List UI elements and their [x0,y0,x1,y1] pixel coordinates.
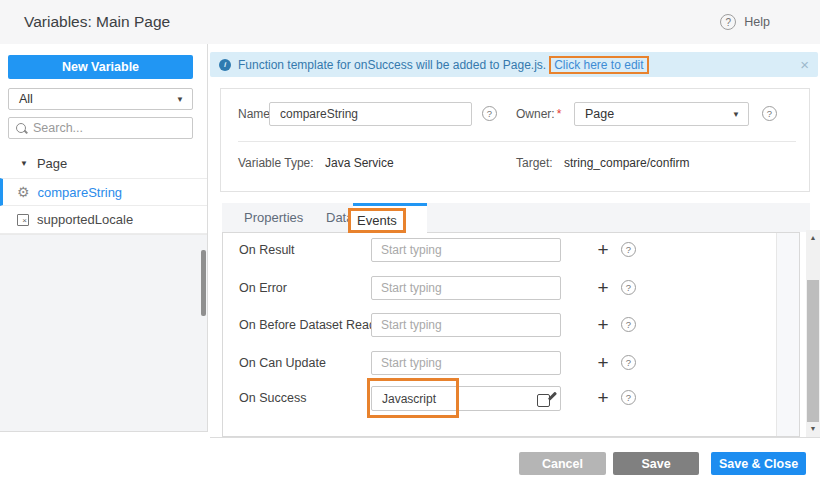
sidebar-scrollbar-thumb[interactable] [201,250,206,316]
event-label: On Success [239,386,306,411]
help-button[interactable]: ? Help [720,0,770,44]
event-label: On Before Dataset Ready [239,313,382,338]
scrollbar-thumb[interactable] [807,280,819,422]
variables-dialog: Variables: Main Page ? Help New Variable… [0,0,820,489]
owner-help-icon[interactable]: ? [762,106,777,121]
chevron-down-icon: ▼ [732,110,740,119]
variable-search[interactable] [8,117,193,139]
new-variable-button[interactable]: New Variable [8,55,193,79]
owner-select[interactable]: Page ▼ [574,102,749,126]
add-handler-icon[interactable]: + [594,386,612,410]
tree-item-label: supportedLocale [37,212,133,227]
tab-bar: Properties Data Events [222,203,810,232]
on-result-input[interactable] [371,238,561,262]
event-help-icon[interactable]: ? [621,317,636,332]
variables-sidebar: New Variable All ▼ ▼ Page ⚙ compareStrin… [0,44,208,432]
event-label: On Result [239,238,295,263]
java-service-icon: ⚙ [17,185,30,199]
on-can-update-input[interactable] [371,351,561,375]
target-label: Target: [516,151,553,175]
sidebar-empty-area [0,234,207,431]
tree-group-page[interactable]: ▼ Page [0,150,207,177]
event-row-on-result: On Result + ? [223,238,799,264]
page-title: Variables: Main Page [24,0,170,44]
event-row-on-can-update: On Can Update + ? [223,351,799,377]
tab-events[interactable]: Events [353,203,427,233]
tree-group-label: Page [37,156,67,171]
cancel-button[interactable]: Cancel [519,452,606,475]
name-input[interactable] [269,102,472,126]
tree-item-label: compareString [38,185,123,200]
event-help-icon[interactable]: ? [621,242,636,257]
variable-filter-select[interactable]: All ▼ [8,88,193,110]
content-bottom-border [210,437,820,438]
events-annotation-box: Events [348,208,406,233]
tree-item-supportedlocale[interactable]: × supportedLocale [0,206,207,234]
scroll-down-icon[interactable]: ▼ [806,423,820,435]
save-and-close-button[interactable]: Save & Close [711,452,806,475]
tab-properties[interactable]: Properties [244,203,303,232]
form-divider [238,141,796,142]
model-x-glyph: × [22,217,27,225]
banner-message: Function template for onSuccess will be … [238,58,546,72]
event-row-on-before-dataset-ready: On Before Dataset Ready + ? [223,313,799,339]
owner-label: Owner:* [516,102,561,126]
variable-form-card: Name:* ? Owner:* Page ▼ ? Variable Type:… [220,88,810,192]
required-marker: * [557,107,562,121]
event-row-on-error: On Error + ? [223,276,799,302]
on-before-dataset-ready-input[interactable] [371,313,561,337]
variable-type-value: Java Service [325,151,394,175]
main-scrollbar[interactable]: ▲ ▼ [806,230,820,437]
event-help-icon[interactable]: ? [621,280,636,295]
events-panel: On Result + ? On Error + ? On Before Dat… [222,232,800,437]
event-row-on-success: On Success Javascript + ? [223,386,799,412]
dialog-header: Variables: Main Page ? Help [0,0,820,44]
event-help-icon[interactable]: ? [621,355,636,370]
on-error-input[interactable] [371,276,561,300]
event-help-icon[interactable]: ? [621,390,636,405]
edit-script-icon[interactable] [537,391,553,407]
name-help-icon[interactable]: ? [482,106,497,121]
on-success-field[interactable]: Javascript [371,386,561,411]
search-input[interactable] [33,121,173,135]
variable-type-label: Variable Type: [238,151,314,175]
target-value: string_compare/confirm [564,151,689,175]
info-icon: i [219,59,231,71]
filter-selected-value: All [19,92,176,106]
add-handler-icon[interactable]: + [594,238,612,262]
model-variable-icon: × [17,214,29,226]
add-handler-icon[interactable]: + [594,276,612,300]
owner-label-text: Owner: [516,107,555,121]
search-icon [15,122,28,135]
scroll-up-icon[interactable]: ▲ [806,232,820,244]
event-label: On Error [239,276,287,301]
event-label: On Can Update [239,351,326,376]
help-question-icon: ? [720,14,736,30]
chevron-down-icon: ▼ [176,95,184,104]
banner-edit-link[interactable]: Click here to edit [549,56,648,74]
info-banner: i Function template for onSuccess will b… [210,52,818,77]
on-success-value: Javascript [382,387,436,411]
help-label: Help [744,15,770,29]
add-handler-icon[interactable]: + [594,351,612,375]
banner-close-icon[interactable]: × [800,57,809,72]
add-handler-icon[interactable]: + [594,313,612,337]
save-button[interactable]: Save [613,452,699,475]
tree-item-comparestring[interactable]: ⚙ compareString [0,178,207,206]
owner-selected-value: Page [585,107,732,121]
tree-expand-icon[interactable]: ▼ [20,159,28,168]
